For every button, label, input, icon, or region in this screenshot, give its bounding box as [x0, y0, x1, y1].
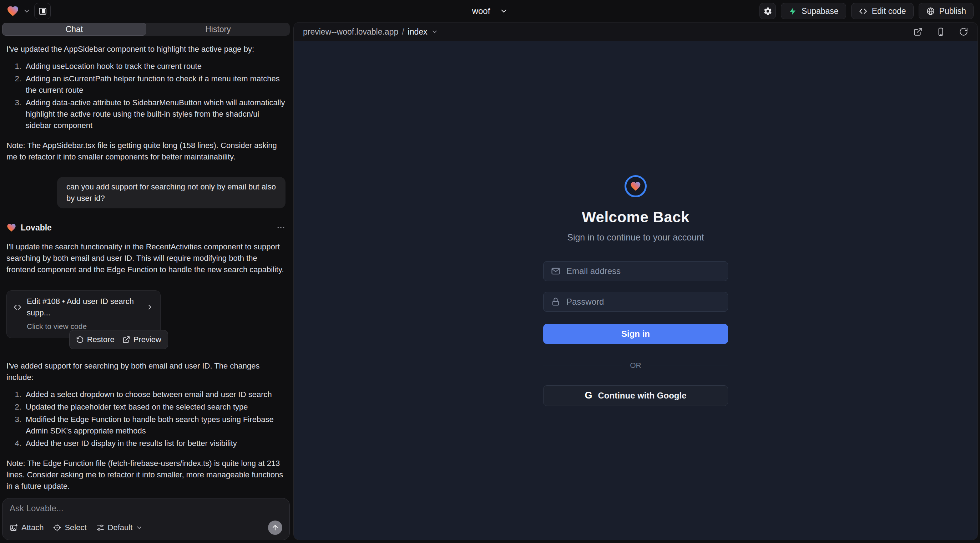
chat-input[interactable]	[10, 503, 282, 513]
code-brackets-icon	[859, 7, 868, 16]
restore-button[interactable]: Restore	[76, 334, 115, 345]
open-in-new-tab-icon[interactable]	[913, 27, 923, 37]
google-g-icon: G	[585, 390, 592, 401]
supabase-bolt-icon	[788, 7, 797, 16]
sliders-icon	[96, 523, 105, 532]
assistant-message-intro-2: I'll update the search functionality in …	[6, 241, 285, 275]
more-options-icon[interactable]	[276, 223, 285, 232]
sign-in-button[interactable]: Sign in	[543, 324, 728, 344]
project-switcher[interactable]: woof	[472, 0, 508, 22]
list-item: Adding data-active attribute to SidebarM…	[24, 97, 285, 131]
tab-chat[interactable]: Chat	[2, 23, 146, 36]
preview-url-selector[interactable]: preview--woof.lovable.app / index	[303, 27, 438, 37]
assistant-name: Lovable	[21, 222, 52, 233]
preview-button[interactable]: Preview	[123, 334, 161, 345]
url-separator: /	[402, 27, 404, 37]
publish-button[interactable]: Publish	[919, 3, 974, 19]
preview-app-content: Welcome Back Sign in to continue to your…	[294, 41, 977, 540]
or-label: OR	[630, 361, 641, 370]
edit-code-label: Edit code	[872, 6, 906, 16]
edit-code-button[interactable]: Edit code	[851, 3, 914, 19]
settings-button[interactable]	[759, 3, 776, 19]
restore-label: Restore	[87, 334, 115, 345]
sidebar-tabs: Chat History	[2, 23, 290, 36]
toggle-sidebar-button[interactable]	[34, 3, 51, 19]
restore-icon	[76, 336, 84, 344]
assistant-message-list: Adding useLocation hook to track the cur…	[6, 61, 285, 131]
assistant-message-list-2: Added a select dropdown to choose betwee…	[6, 389, 285, 449]
continue-with-google-button[interactable]: G Continue with Google	[543, 385, 728, 406]
gear-icon	[764, 7, 772, 16]
list-item: Updated the placeholder text based on th…	[24, 402, 285, 413]
lovable-workspace: woof Supabase Edit code Publish Chat	[0, 0, 980, 543]
mode-label: Default	[108, 523, 133, 532]
preview-route: index	[408, 27, 428, 37]
email-field	[543, 261, 728, 281]
code-brackets-icon	[13, 303, 22, 311]
select-button[interactable]: Select	[53, 523, 86, 532]
or-divider: OR	[543, 361, 728, 370]
chevron-down-icon	[135, 524, 143, 531]
select-label: Select	[65, 523, 86, 532]
edit-card-actions: Restore Preview	[69, 330, 168, 349]
chat-message-list: I've updated the AppSidebar component to…	[0, 36, 292, 491]
google-label: Continue with Google	[598, 391, 687, 401]
heart-icon	[630, 181, 641, 192]
supabase-label: Supabase	[802, 6, 839, 16]
email-input[interactable]	[566, 266, 721, 276]
arrow-up-icon	[271, 524, 279, 532]
panel-icon	[38, 7, 47, 16]
assistant-note-2: Note: The Edge Function file (fetch-fire…	[6, 458, 285, 491]
attach-label: Attach	[21, 523, 43, 532]
welcome-subtitle: Sign in to continue to your account	[567, 232, 704, 243]
assistant-note: Note: The AppSidebar.tsx file is getting…	[6, 140, 285, 163]
chevron-down-icon	[431, 28, 438, 35]
lovable-logo-heart-icon[interactable]	[6, 5, 19, 17]
publish-label: Publish	[939, 6, 966, 16]
edit-card-title: Edit #108 • Add user ID search supp...	[27, 296, 141, 319]
app-logo	[625, 175, 647, 197]
supabase-button[interactable]: Supabase	[781, 3, 846, 19]
mode-selector[interactable]: Default	[96, 523, 143, 532]
preview-chrome-bar: preview--woof.lovable.app / index	[294, 22, 977, 41]
sign-in-card: Welcome Back Sign in to continue to your…	[543, 175, 728, 406]
tab-history[interactable]: History	[146, 23, 290, 36]
user-message-row: can you add support for searching not on…	[6, 177, 285, 208]
list-item: Modified the Edge Function to handle bot…	[24, 414, 285, 437]
lovable-avatar-heart-icon	[6, 222, 16, 233]
preview-label: Preview	[134, 334, 161, 345]
password-input[interactable]	[566, 297, 721, 307]
list-item: Adding useLocation hook to track the cur…	[24, 61, 285, 72]
external-link-icon	[123, 336, 130, 344]
chevron-right-icon	[146, 303, 154, 311]
preview-panel: preview--woof.lovable.app / index Welcom…	[293, 22, 978, 540]
envelope-icon	[550, 266, 561, 276]
user-message-bubble: can you add support for searching not on…	[57, 177, 285, 208]
assistant-message-added: I've added support for searching by both…	[6, 360, 285, 383]
edit-commit-card[interactable]: Edit #108 • Add user ID search supp... C…	[6, 291, 161, 338]
refresh-icon[interactable]	[959, 27, 968, 37]
chat-sidebar: Chat History I've updated the AppSidebar…	[0, 22, 292, 543]
list-item: Added the user ID display in the results…	[24, 438, 285, 449]
list-item: Added a select dropdown to choose betwee…	[24, 389, 285, 400]
globe-icon	[926, 7, 935, 16]
project-menu-chevron-icon[interactable]	[23, 7, 31, 15]
send-button[interactable]	[268, 521, 282, 535]
lock-icon	[550, 297, 561, 307]
assistant-header: Lovable	[6, 222, 285, 233]
mobile-view-icon[interactable]	[936, 27, 945, 37]
welcome-title: Welcome Back	[582, 209, 689, 226]
select-target-icon	[53, 523, 61, 532]
attach-button[interactable]: Attach	[10, 523, 43, 532]
chevron-down-icon	[499, 7, 508, 15]
list-item: Adding an isCurrentPath helper function …	[24, 73, 285, 96]
chat-composer: Attach Select Default	[2, 498, 290, 540]
preview-domain: preview--woof.lovable.app	[303, 27, 398, 37]
attach-image-icon	[10, 523, 18, 532]
top-bar: woof Supabase Edit code Publish	[0, 0, 980, 22]
project-name: woof	[472, 6, 490, 16]
password-field	[543, 292, 728, 312]
assistant-message-intro: I've updated the AppSidebar component to…	[6, 43, 285, 55]
